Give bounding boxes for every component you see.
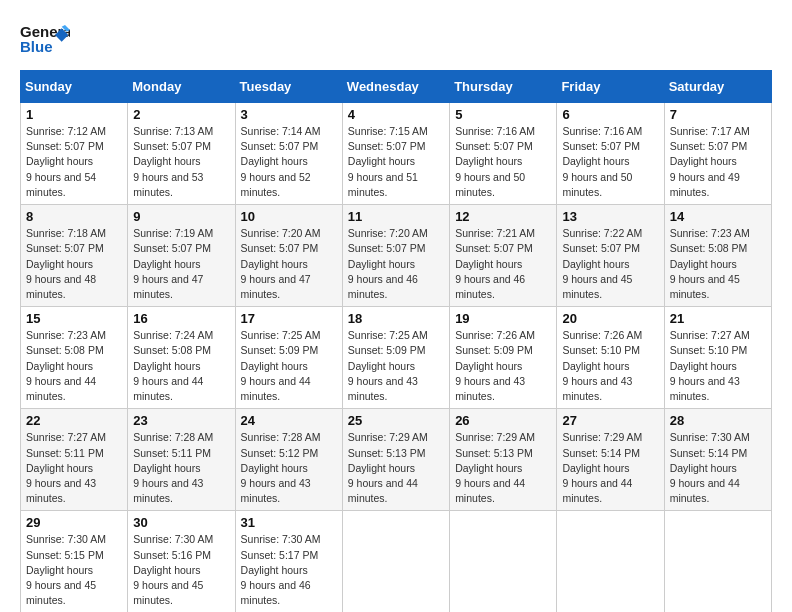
calendar-cell: 29 Sunrise: 7:30 AMSunset: 5:15 PMDaylig… <box>21 511 128 612</box>
calendar-week-row: 22 Sunrise: 7:27 AMSunset: 5:11 PMDaylig… <box>21 409 772 511</box>
calendar-cell: 7 Sunrise: 7:17 AMSunset: 5:07 PMDayligh… <box>664 103 771 205</box>
day-info: Sunrise: 7:26 AMSunset: 5:10 PMDaylight … <box>562 329 642 402</box>
day-info: Sunrise: 7:28 AMSunset: 5:11 PMDaylight … <box>133 431 213 504</box>
day-info: Sunrise: 7:19 AMSunset: 5:07 PMDaylight … <box>133 227 213 300</box>
day-number: 28 <box>670 413 766 428</box>
calendar-cell: 12 Sunrise: 7:21 AMSunset: 5:07 PMDaylig… <box>450 205 557 307</box>
calendar-cell: 21 Sunrise: 7:27 AMSunset: 5:10 PMDaylig… <box>664 307 771 409</box>
day-info: Sunrise: 7:24 AMSunset: 5:08 PMDaylight … <box>133 329 213 402</box>
calendar-cell: 16 Sunrise: 7:24 AMSunset: 5:08 PMDaylig… <box>128 307 235 409</box>
day-info: Sunrise: 7:15 AMSunset: 5:07 PMDaylight … <box>348 125 428 198</box>
calendar-cell: 23 Sunrise: 7:28 AMSunset: 5:11 PMDaylig… <box>128 409 235 511</box>
day-number: 27 <box>562 413 658 428</box>
calendar-cell: 27 Sunrise: 7:29 AMSunset: 5:14 PMDaylig… <box>557 409 664 511</box>
calendar-cell: 31 Sunrise: 7:30 AMSunset: 5:17 PMDaylig… <box>235 511 342 612</box>
calendar-cell: 6 Sunrise: 7:16 AMSunset: 5:07 PMDayligh… <box>557 103 664 205</box>
calendar-cell: 4 Sunrise: 7:15 AMSunset: 5:07 PMDayligh… <box>342 103 449 205</box>
day-number: 12 <box>455 209 551 224</box>
day-number: 1 <box>26 107 122 122</box>
weekday-header: Saturday <box>664 71 771 103</box>
weekday-header: Sunday <box>21 71 128 103</box>
day-number: 26 <box>455 413 551 428</box>
day-info: Sunrise: 7:22 AMSunset: 5:07 PMDaylight … <box>562 227 642 300</box>
day-number: 7 <box>670 107 766 122</box>
calendar-cell <box>450 511 557 612</box>
calendar-cell: 10 Sunrise: 7:20 AMSunset: 5:07 PMDaylig… <box>235 205 342 307</box>
day-info: Sunrise: 7:28 AMSunset: 5:12 PMDaylight … <box>241 431 321 504</box>
day-number: 17 <box>241 311 337 326</box>
day-number: 6 <box>562 107 658 122</box>
calendar-cell: 19 Sunrise: 7:26 AMSunset: 5:09 PMDaylig… <box>450 307 557 409</box>
calendar-cell: 3 Sunrise: 7:14 AMSunset: 5:07 PMDayligh… <box>235 103 342 205</box>
day-number: 11 <box>348 209 444 224</box>
weekday-header: Wednesday <box>342 71 449 103</box>
calendar-week-row: 1 Sunrise: 7:12 AMSunset: 5:07 PMDayligh… <box>21 103 772 205</box>
page-header: General Blue <box>20 20 772 60</box>
day-number: 18 <box>348 311 444 326</box>
calendar-cell: 13 Sunrise: 7:22 AMSunset: 5:07 PMDaylig… <box>557 205 664 307</box>
calendar-header-row: SundayMondayTuesdayWednesdayThursdayFrid… <box>21 71 772 103</box>
day-info: Sunrise: 7:26 AMSunset: 5:09 PMDaylight … <box>455 329 535 402</box>
day-info: Sunrise: 7:29 AMSunset: 5:14 PMDaylight … <box>562 431 642 504</box>
calendar-cell: 2 Sunrise: 7:13 AMSunset: 5:07 PMDayligh… <box>128 103 235 205</box>
svg-text:Blue: Blue <box>20 38 53 55</box>
day-number: 4 <box>348 107 444 122</box>
day-info: Sunrise: 7:16 AMSunset: 5:07 PMDaylight … <box>562 125 642 198</box>
day-number: 2 <box>133 107 229 122</box>
day-number: 10 <box>241 209 337 224</box>
calendar-cell: 26 Sunrise: 7:29 AMSunset: 5:13 PMDaylig… <box>450 409 557 511</box>
weekday-header: Friday <box>557 71 664 103</box>
day-info: Sunrise: 7:23 AMSunset: 5:08 PMDaylight … <box>670 227 750 300</box>
calendar-cell: 1 Sunrise: 7:12 AMSunset: 5:07 PMDayligh… <box>21 103 128 205</box>
day-number: 24 <box>241 413 337 428</box>
calendar-cell: 22 Sunrise: 7:27 AMSunset: 5:11 PMDaylig… <box>21 409 128 511</box>
day-info: Sunrise: 7:21 AMSunset: 5:07 PMDaylight … <box>455 227 535 300</box>
weekday-header: Thursday <box>450 71 557 103</box>
day-number: 20 <box>562 311 658 326</box>
weekday-header: Monday <box>128 71 235 103</box>
day-number: 19 <box>455 311 551 326</box>
day-info: Sunrise: 7:16 AMSunset: 5:07 PMDaylight … <box>455 125 535 198</box>
calendar-cell: 14 Sunrise: 7:23 AMSunset: 5:08 PMDaylig… <box>664 205 771 307</box>
day-info: Sunrise: 7:27 AMSunset: 5:10 PMDaylight … <box>670 329 750 402</box>
day-number: 23 <box>133 413 229 428</box>
day-number: 21 <box>670 311 766 326</box>
calendar-cell: 20 Sunrise: 7:26 AMSunset: 5:10 PMDaylig… <box>557 307 664 409</box>
day-info: Sunrise: 7:25 AMSunset: 5:09 PMDaylight … <box>348 329 428 402</box>
calendar-cell: 28 Sunrise: 7:30 AMSunset: 5:14 PMDaylig… <box>664 409 771 511</box>
day-number: 13 <box>562 209 658 224</box>
day-info: Sunrise: 7:29 AMSunset: 5:13 PMDaylight … <box>348 431 428 504</box>
calendar-cell <box>557 511 664 612</box>
day-number: 9 <box>133 209 229 224</box>
calendar-cell: 9 Sunrise: 7:19 AMSunset: 5:07 PMDayligh… <box>128 205 235 307</box>
day-info: Sunrise: 7:23 AMSunset: 5:08 PMDaylight … <box>26 329 106 402</box>
day-info: Sunrise: 7:30 AMSunset: 5:16 PMDaylight … <box>133 533 213 606</box>
day-number: 15 <box>26 311 122 326</box>
calendar-cell: 30 Sunrise: 7:30 AMSunset: 5:16 PMDaylig… <box>128 511 235 612</box>
day-info: Sunrise: 7:25 AMSunset: 5:09 PMDaylight … <box>241 329 321 402</box>
day-info: Sunrise: 7:27 AMSunset: 5:11 PMDaylight … <box>26 431 106 504</box>
day-info: Sunrise: 7:20 AMSunset: 5:07 PMDaylight … <box>241 227 321 300</box>
day-number: 30 <box>133 515 229 530</box>
calendar-cell: 18 Sunrise: 7:25 AMSunset: 5:09 PMDaylig… <box>342 307 449 409</box>
day-info: Sunrise: 7:20 AMSunset: 5:07 PMDaylight … <box>348 227 428 300</box>
day-info: Sunrise: 7:18 AMSunset: 5:07 PMDaylight … <box>26 227 106 300</box>
calendar-cell <box>342 511 449 612</box>
day-info: Sunrise: 7:30 AMSunset: 5:17 PMDaylight … <box>241 533 321 606</box>
day-info: Sunrise: 7:14 AMSunset: 5:07 PMDaylight … <box>241 125 321 198</box>
day-number: 29 <box>26 515 122 530</box>
day-info: Sunrise: 7:13 AMSunset: 5:07 PMDaylight … <box>133 125 213 198</box>
calendar-cell: 17 Sunrise: 7:25 AMSunset: 5:09 PMDaylig… <box>235 307 342 409</box>
day-number: 5 <box>455 107 551 122</box>
day-number: 25 <box>348 413 444 428</box>
calendar-cell: 25 Sunrise: 7:29 AMSunset: 5:13 PMDaylig… <box>342 409 449 511</box>
day-info: Sunrise: 7:30 AMSunset: 5:14 PMDaylight … <box>670 431 750 504</box>
day-number: 16 <box>133 311 229 326</box>
calendar-week-row: 8 Sunrise: 7:18 AMSunset: 5:07 PMDayligh… <box>21 205 772 307</box>
calendar-cell: 11 Sunrise: 7:20 AMSunset: 5:07 PMDaylig… <box>342 205 449 307</box>
calendar-cell: 24 Sunrise: 7:28 AMSunset: 5:12 PMDaylig… <box>235 409 342 511</box>
day-info: Sunrise: 7:17 AMSunset: 5:07 PMDaylight … <box>670 125 750 198</box>
calendar-cell: 5 Sunrise: 7:16 AMSunset: 5:07 PMDayligh… <box>450 103 557 205</box>
calendar-week-row: 15 Sunrise: 7:23 AMSunset: 5:08 PMDaylig… <box>21 307 772 409</box>
weekday-header: Tuesday <box>235 71 342 103</box>
